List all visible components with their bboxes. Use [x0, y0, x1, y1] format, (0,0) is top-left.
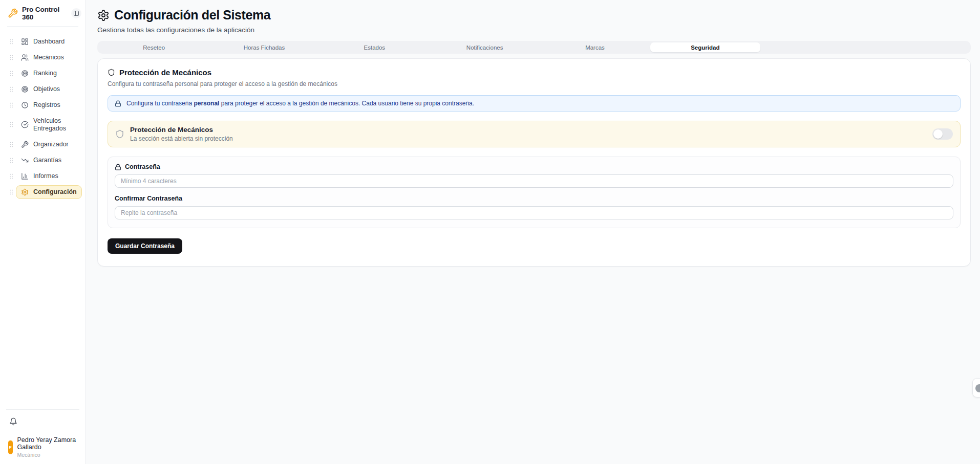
drag-handle-icon[interactable]	[8, 38, 16, 45]
sidebar-item-label: Objetivos	[33, 85, 60, 93]
section-subtitle: Configura tu contraseña personal para pr…	[108, 80, 961, 87]
sidebar-nav: DashboardMecánicosRankingObjetivosRegist…	[0, 27, 86, 409]
target-icon	[21, 85, 29, 93]
password-form: Contraseña Confirmar Contraseña	[108, 157, 961, 228]
info-banner-text: Configura tu contraseña personal para pr…	[126, 100, 474, 107]
sidebar-item-organizador[interactable]: Organizador	[0, 138, 86, 151]
password-input[interactable]	[115, 174, 953, 188]
clock-icon	[21, 101, 29, 109]
info-banner: Configura tu contraseña personal para pr…	[108, 95, 961, 112]
toggle-card-subtitle: La sección está abierta sin protección	[130, 135, 233, 142]
shield-icon	[115, 129, 124, 139]
shield-icon	[108, 69, 115, 76]
wrench-icon	[21, 141, 29, 148]
security-card: Protección de Mecánicos Configura tu con…	[97, 58, 971, 267]
tab-horas-fichadas[interactable]: Horas Fichadas	[209, 42, 319, 52]
sidebar-item-objetivos[interactable]: Objetivos	[0, 82, 86, 96]
floating-widget-dot-icon	[975, 384, 980, 392]
sidebar-item-informes[interactable]: Informes	[0, 169, 86, 183]
drag-handle-icon[interactable]	[8, 54, 16, 61]
drag-handle-icon[interactable]	[8, 157, 16, 164]
target-icon	[21, 70, 29, 77]
gear-icon	[21, 188, 29, 196]
sidebar-item-label: Dashboard	[33, 38, 65, 46]
sidebar-header: Pro Control 360	[0, 0, 86, 26]
sidebar-item-registros[interactable]: Registros	[0, 98, 86, 112]
user-name: Pedro Yeray Zamora Gallardo	[17, 436, 77, 451]
sidebar: Pro Control 360 DashboardMecánicosRankin…	[0, 0, 86, 464]
bar-chart-icon	[21, 172, 29, 180]
confirm-password-input[interactable]	[115, 206, 953, 219]
drag-handle-icon[interactable]	[8, 141, 16, 148]
wrench-logo-icon	[8, 8, 18, 18]
drag-handle-icon[interactable]	[8, 173, 16, 180]
toggle-card-title: Protección de Mecánicos	[130, 126, 233, 134]
tab-seguridad[interactable]: Seguridad	[650, 42, 760, 52]
protection-toggle-card: Protección de Mecánicos La sección está …	[108, 121, 961, 147]
save-password-button[interactable]: Guardar Contraseña	[108, 238, 182, 254]
lock-icon	[115, 164, 121, 170]
sidebar-item-label: Garantías	[33, 157, 61, 164]
section-title: Protección de Mecánicos	[119, 68, 211, 77]
confirm-password-label: Confirmar Contraseña	[115, 195, 182, 202]
sidebar-item-label: Vehículos Entregados	[33, 117, 76, 132]
password-label: Contraseña	[125, 163, 160, 170]
drag-handle-icon[interactable]	[8, 189, 16, 195]
sidebar-item-label: Organizador	[33, 141, 69, 148]
sidebar-item-mecanicos[interactable]: Mecánicos	[0, 51, 86, 64]
drag-handle-icon[interactable]	[8, 121, 16, 128]
tab-reseteo[interactable]: Reseteo	[99, 42, 209, 52]
user-profile[interactable]: P Pedro Yeray Zamora Gallardo Mecánico	[8, 436, 77, 458]
drag-handle-icon[interactable]	[8, 70, 16, 77]
sidebar-item-label: Ranking	[33, 70, 57, 77]
notifications-button[interactable]	[8, 416, 18, 427]
sidebar-item-configuracion[interactable]: Configuración	[0, 185, 86, 199]
drag-handle-icon[interactable]	[8, 102, 16, 108]
drag-handle-icon[interactable]	[8, 86, 16, 93]
sidebar-item-vehiculos-entregados[interactable]: Vehículos Entregados	[0, 114, 86, 136]
page-subtitle: Gestiona todas las configuraciones de la…	[97, 26, 971, 34]
dashboard-icon	[21, 38, 29, 46]
app-title: Pro Control 360	[22, 6, 67, 21]
lock-icon	[115, 100, 121, 107]
sidebar-item-label: Mecánicos	[33, 54, 64, 61]
sidebar-item-ranking[interactable]: Ranking	[0, 67, 86, 80]
sidebar-item-dashboard[interactable]: Dashboard	[0, 35, 86, 49]
sidebar-collapse-button[interactable]	[71, 8, 81, 18]
trending-down-icon	[21, 157, 29, 164]
panel-collapse-icon	[73, 10, 79, 16]
avatar: P	[8, 440, 13, 454]
tab-estados[interactable]: Estados	[319, 42, 430, 52]
sidebar-item-label: Informes	[33, 172, 58, 180]
tab-marcas[interactable]: Marcas	[540, 42, 650, 52]
gear-icon	[97, 9, 110, 21]
sidebar-item-label: Configuración	[33, 188, 77, 196]
users-icon	[21, 54, 29, 61]
sidebar-item-label: Registros	[33, 101, 60, 109]
protection-toggle-switch[interactable]	[932, 128, 953, 140]
sidebar-footer: P Pedro Yeray Zamora Gallardo Mecánico	[6, 409, 79, 464]
settings-tabbar: ReseteoHoras FichadasEstadosNotificacion…	[97, 41, 971, 54]
tab-notificaciones[interactable]: Notificaciones	[430, 42, 540, 52]
floating-widget[interactable]	[972, 378, 980, 397]
sidebar-item-garantias[interactable]: Garantías	[0, 153, 86, 167]
main-content: Configuración del Sistema Gestiona todas…	[86, 0, 980, 464]
user-role: Mecánico	[17, 452, 77, 458]
bell-icon	[9, 417, 17, 426]
toggle-knob	[933, 129, 943, 139]
page-title: Configuración del Sistema	[114, 8, 270, 23]
check-circle-icon	[21, 121, 29, 128]
